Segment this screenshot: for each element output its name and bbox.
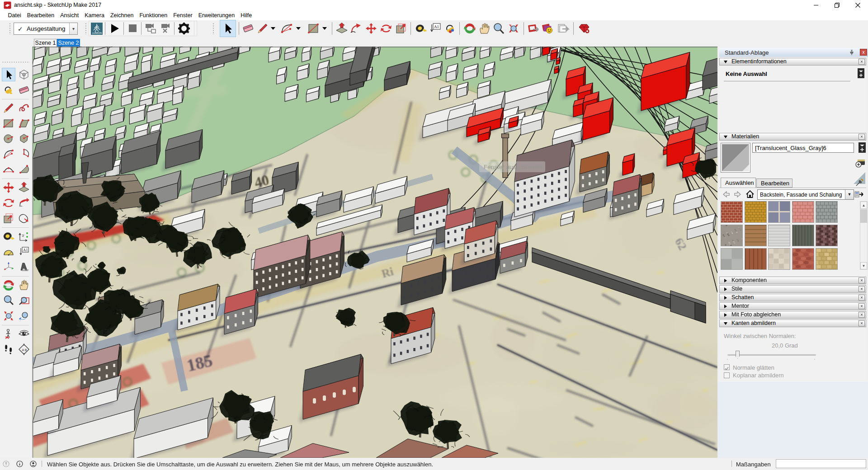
svg-text:A1: A1 [23, 248, 28, 252]
svg-text:A1: A1 [434, 24, 439, 29]
svg-text:LUMION: LUMION [92, 32, 102, 34]
svg-text:3': 3' [22, 234, 24, 238]
svg-text:Fenster ausschneiden: Fenster ausschneiden [484, 164, 544, 170]
svg-text:A B: A B [22, 348, 27, 352]
